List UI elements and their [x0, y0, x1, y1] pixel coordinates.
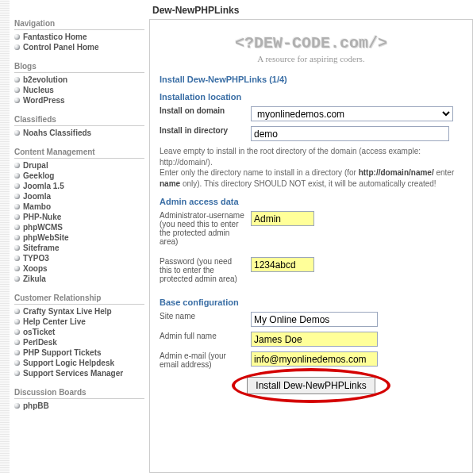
- brand-tagline: A resource for aspiring coders.: [160, 54, 463, 63]
- nav-item-label: Joomla: [23, 192, 51, 201]
- bullet-icon: [14, 235, 20, 240]
- nav-item-label: Support Logic Helpdesk: [23, 359, 114, 367]
- input-install-dir[interactable]: [251, 126, 449, 141]
- section-admin: Admin access data: [160, 197, 463, 206]
- nav-item-label: Xoops: [23, 264, 48, 273]
- nav-item[interactable]: Mambo: [14, 202, 144, 212]
- bullet-icon: [14, 225, 20, 230]
- left-stripe: [0, 0, 10, 473]
- nav-item[interactable]: Control Panel Home: [14, 42, 144, 52]
- bullet-icon: [14, 173, 20, 178]
- main-panel: <?DEW-CODE.com/> A resource for aspiring…: [149, 19, 473, 473]
- bullet-icon: [14, 329, 20, 335]
- nav-item[interactable]: osTicket: [14, 327, 144, 337]
- page-title: Dew-NewPHPLinks: [149, 3, 473, 19]
- nav-item[interactable]: Xoops: [14, 263, 144, 274]
- nav-item-label: Help Center Live: [23, 317, 86, 326]
- bullet-icon: [14, 370, 20, 376]
- bullet-icon: [14, 77, 20, 83]
- bullet-icon: [14, 183, 20, 189]
- label-site-name: Site name: [160, 312, 251, 321]
- bullet-icon: [14, 163, 20, 168]
- input-admin-user[interactable]: [251, 211, 314, 226]
- nav-item[interactable]: Help Center Live: [14, 317, 144, 327]
- bullet-icon: [14, 34, 20, 40]
- nav-item-label: WordPress: [23, 96, 65, 105]
- bullet-icon: [14, 87, 20, 93]
- nav-item[interactable]: phpBB: [14, 401, 144, 411]
- bullet-icon: [14, 44, 20, 50]
- nav-item[interactable]: Nucleus: [14, 85, 144, 95]
- nav-item[interactable]: TYPO3: [14, 253, 144, 263]
- nav-item[interactable]: Joomla: [14, 191, 144, 202]
- section-base: Base configuration: [160, 298, 463, 307]
- bullet-icon: [14, 309, 20, 314]
- nav-item[interactable]: Zikula: [14, 274, 144, 284]
- nav-item[interactable]: Geeklog: [14, 171, 144, 181]
- select-install-domain[interactable]: myonlinedemos.com: [251, 106, 453, 121]
- nav-item-label: TYPO3: [23, 254, 49, 263]
- nav-item-label: PHP-Nuke: [23, 213, 61, 221]
- location-help: Leave empty to install in the root direc…: [160, 146, 463, 189]
- bullet-icon: [14, 245, 20, 251]
- nav-item-label: Control Panel Home: [23, 43, 99, 52]
- nav-item[interactable]: phpWCMS: [14, 222, 144, 232]
- nav-item[interactable]: PerlDesk: [14, 337, 144, 347]
- nav-item-label: Support Services Manager: [23, 369, 123, 378]
- nav-item-label: Mambo: [23, 202, 51, 211]
- nav-item[interactable]: phpWebSite: [14, 232, 144, 243]
- label-install-domain: Install on domain: [160, 106, 251, 115]
- bullet-icon: [14, 340, 20, 345]
- label-admin-name: Admin full name: [160, 332, 251, 340]
- bullet-icon: [14, 360, 20, 366]
- nav-heading: Classifieds: [14, 115, 144, 126]
- nav-item[interactable]: Fantastico Home: [14, 32, 144, 42]
- nav-item[interactable]: WordPress: [14, 95, 144, 106]
- nav-item[interactable]: PHP Support Tickets: [14, 347, 144, 358]
- nav-item[interactable]: Support Services Manager: [14, 368, 144, 378]
- install-heading: Install Dew-NewPHPLinks (1/4): [160, 75, 463, 84]
- bullet-icon: [14, 204, 20, 209]
- label-admin-pass: Password (you need this to enter the pro…: [160, 257, 251, 283]
- nav-item-label: Geeklog: [23, 171, 54, 180]
- install-button[interactable]: Install Dew-NewPHPLinks: [247, 377, 375, 394]
- nav-item-label: Nucleus: [23, 86, 54, 94]
- bullet-icon: [14, 194, 20, 199]
- input-admin-name[interactable]: [251, 332, 378, 347]
- nav-heading: Discussion Boards: [14, 388, 144, 399]
- nav-item[interactable]: Crafty Syntax Live Help: [14, 306, 144, 317]
- input-site-name[interactable]: [251, 312, 378, 327]
- nav-heading: Content Management: [14, 148, 144, 159]
- bullet-icon: [14, 255, 20, 261]
- nav-item-label: Zikula: [23, 274, 46, 283]
- nav-item[interactable]: Noahs Classifieds: [14, 128, 144, 138]
- nav-item[interactable]: b2evolution: [14, 75, 144, 85]
- label-admin-user: Administrator-username (you need this to…: [160, 211, 251, 246]
- bullet-icon: [14, 350, 20, 355]
- sidebar: NavigationFantastico HomeControl Panel H…: [10, 0, 149, 473]
- nav-item-label: b2evolution: [23, 75, 67, 84]
- bullet-icon: [14, 130, 20, 136]
- bullet-icon: [14, 266, 20, 271]
- nav-heading: Blogs: [14, 62, 144, 73]
- logo-block: <?DEW-CODE.com/> A resource for aspiring…: [160, 34, 463, 63]
- bullet-icon: [14, 403, 20, 409]
- nav-item-label: Drupal: [23, 161, 48, 170]
- nav-item-label: Crafty Syntax Live Help: [23, 307, 112, 316]
- nav-heading: Navigation: [14, 19, 144, 30]
- input-admin-pass[interactable]: [251, 257, 314, 272]
- nav-heading: Customer Relationship: [14, 294, 144, 305]
- nav-item[interactable]: PHP-Nuke: [14, 212, 144, 222]
- nav-item-label: PerlDesk: [23, 338, 57, 347]
- section-location: Installation location: [160, 92, 463, 102]
- label-install-dir: Install in directory: [160, 126, 251, 135]
- bullet-icon: [14, 98, 20, 103]
- nav-item[interactable]: Drupal: [14, 160, 144, 171]
- nav-item-label: PHP Support Tickets: [23, 348, 102, 357]
- input-admin-email[interactable]: [251, 351, 378, 367]
- nav-item-label: Joomla 1.5: [23, 182, 64, 190]
- nav-item[interactable]: Siteframe: [14, 243, 144, 253]
- nav-item-label: Fantastico Home: [23, 33, 87, 41]
- nav-item[interactable]: Joomla 1.5: [14, 181, 144, 191]
- nav-item[interactable]: Support Logic Helpdesk: [14, 358, 144, 368]
